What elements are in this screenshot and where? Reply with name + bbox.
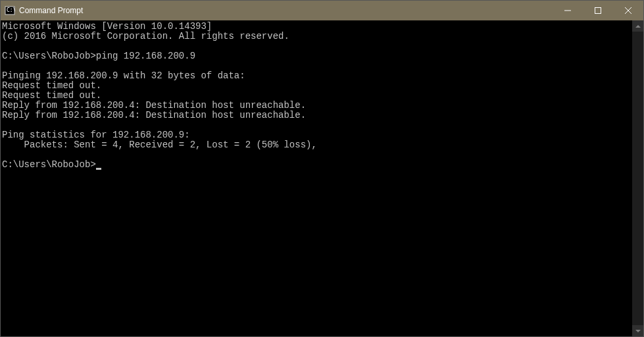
- close-button[interactable]: [613, 1, 643, 20]
- scroll-down-arrow[interactable]: [632, 325, 643, 336]
- maximize-button[interactable]: [583, 1, 613, 20]
- window-title: Command Prompt: [19, 6, 553, 15]
- titlebar[interactable]: C:\ Command Prompt: [1, 1, 643, 20]
- svg-text:C:\: C:\: [7, 7, 15, 13]
- svg-marker-6: [635, 25, 641, 28]
- terminal-output[interactable]: Microsoft Windows [Version 10.0.14393] (…: [1, 20, 632, 336]
- scroll-up-arrow[interactable]: [632, 20, 643, 32]
- command-prompt: C:\Users\RoboJob>: [2, 159, 96, 170]
- minimize-button[interactable]: [553, 1, 583, 20]
- terminal-area: Microsoft Windows [Version 10.0.14393] (…: [1, 20, 643, 336]
- svg-rect-3: [595, 8, 601, 14]
- vertical-scrollbar[interactable]: [632, 20, 643, 336]
- cmd-icon: C:\: [5, 5, 15, 16]
- svg-marker-7: [635, 330, 641, 332]
- text-cursor: [96, 168, 101, 170]
- window-controls: [553, 1, 643, 20]
